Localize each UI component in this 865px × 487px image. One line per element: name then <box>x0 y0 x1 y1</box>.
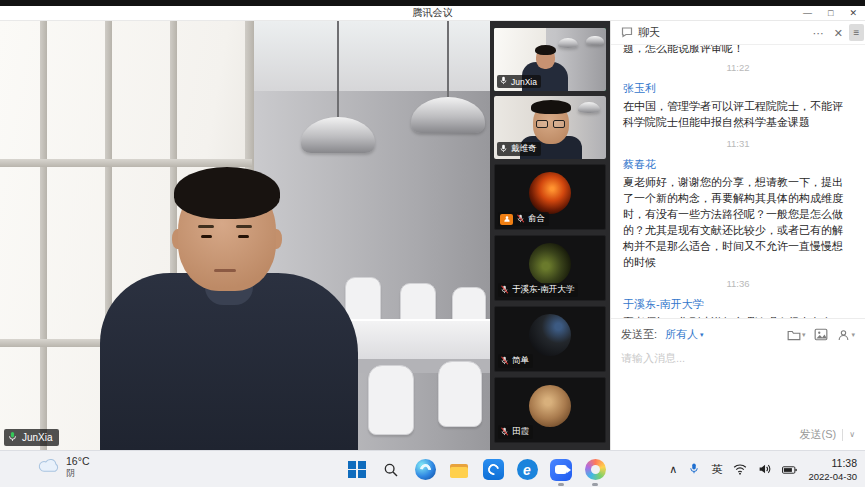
chat-compose-area: 发送至: 所有人 ▾ ▾ ▾ 请输入消息... 发送(S) ∨ <box>611 318 865 450</box>
image-button[interactable] <box>814 328 828 341</box>
weather-temp: 16°C <box>66 455 89 467</box>
chat-sender-name[interactable]: 于溪东-南开大学 <box>623 296 853 312</box>
lamp-cord <box>447 21 449 97</box>
chair <box>438 361 482 427</box>
volume-icon[interactable] <box>758 461 771 479</box>
pinwheel-app-icon[interactable] <box>583 458 607 482</box>
window-titlebar: 腾讯会议 — □ ✕ <box>0 6 865 21</box>
glasses-icon <box>553 120 565 128</box>
chevron-down-icon: ▾ <box>851 331 855 339</box>
send-button[interactable]: 发送(S) <box>799 427 836 442</box>
mic-muted-icon <box>500 356 509 367</box>
browser-e-icon[interactable]: e <box>515 458 539 482</box>
send-to-dropdown[interactable]: 所有人 ▾ <box>665 327 704 342</box>
panel-menu-button[interactable]: ≡ <box>849 24 864 41</box>
weather-widget[interactable]: 16°C 阴 <box>38 455 89 479</box>
chat-title: 聊天 <box>638 25 660 40</box>
mic-muted-icon <box>500 285 509 296</box>
member-badge-icon <box>500 214 513 225</box>
chat-timestamp: 11:22 <box>623 60 853 76</box>
avatar <box>529 385 571 427</box>
speaker-eye <box>201 235 212 238</box>
participant-label: 田霞 <box>498 425 533 439</box>
speaker-mouth <box>214 269 236 272</box>
member-button[interactable]: ▾ <box>837 329 855 341</box>
chat-message-clipped: 题，怎么能说服评审呢！ <box>623 45 853 54</box>
file-explorer-icon[interactable] <box>447 458 471 482</box>
chevron-down-icon: ▾ <box>700 331 704 339</box>
participant-label: 戴维奇 <box>497 142 541 156</box>
participant-label: 俞合 <box>498 212 549 226</box>
chat-message-text: 在中国，管理学者可以评工程院院士，不能评科学院院士但能申报自然科学基金课题 <box>623 98 853 130</box>
tray-date: 2022-04-30 <box>808 471 857 482</box>
cloud-icon <box>38 457 60 477</box>
participant-name: JunXia <box>511 77 537 87</box>
minimize-button[interactable]: — <box>803 9 812 18</box>
mic-on-icon <box>499 144 508 155</box>
history-folder-button[interactable]: ▾ <box>787 329 806 341</box>
speaker-hair <box>174 167 280 219</box>
tray-clock[interactable]: 11:38 2022-04-30 <box>808 456 857 483</box>
chat-more-button[interactable]: ⋯ <box>813 28 824 39</box>
chat-timestamp: 11:31 <box>623 136 853 152</box>
chat-message-text: 夏老师好，谢谢您的分享，想请教一下，提出了一个新的构念，再要解构其具体的构成维度… <box>623 174 853 270</box>
chat-sender-name[interactable]: 张玉利 <box>623 80 853 96</box>
window-frame <box>40 21 47 450</box>
thumb-lamp <box>558 38 578 48</box>
tencent-meeting-icon[interactable] <box>549 458 573 482</box>
start-button[interactable] <box>345 458 369 482</box>
wifi-icon[interactable] <box>733 461 747 479</box>
participant-tile[interactable]: 于溪东-南开大学 <box>494 235 606 301</box>
glasses-icon <box>536 120 548 128</box>
chat-message-list[interactable]: 题，怎么能说服评审呢！ 11:22 张玉利 在中国，管理学者可以评工程院院士，不… <box>611 45 865 318</box>
divider <box>842 429 843 441</box>
tray-chevron-icon[interactable]: ∧ <box>669 463 677 476</box>
close-button[interactable]: ✕ <box>849 9 857 18</box>
speaker-brow <box>236 225 252 228</box>
participant-name: 简单 <box>512 355 529 367</box>
chat-sender-name[interactable]: 蔡春花 <box>623 156 853 172</box>
participant-tile[interactable]: 俞合 <box>494 164 606 230</box>
thumb-person-hair <box>531 100 571 114</box>
mic-muted-icon <box>500 427 509 438</box>
participant-tile[interactable]: 田霞 <box>494 377 606 443</box>
window-frame <box>0 159 252 167</box>
participant-name: 俞合 <box>528 213 545 225</box>
weather-condition: 阴 <box>66 467 89 479</box>
blue-app-icon[interactable] <box>481 458 505 482</box>
participant-label: JunXia <box>497 75 541 88</box>
speaker-brow <box>198 225 214 228</box>
chat-close-button[interactable]: ✕ <box>834 28 843 39</box>
maximize-button[interactable]: □ <box>828 9 833 18</box>
participant-tile[interactable]: JunXia <box>494 28 606 91</box>
avatar <box>529 314 571 356</box>
send-options-button[interactable]: ∨ <box>849 430 855 439</box>
mic-muted-icon <box>516 214 525 225</box>
screen: 腾讯会议 — □ ✕ <box>0 0 865 487</box>
edge-browser-icon[interactable] <box>413 458 437 482</box>
participant-label: 于溪东-南开大学 <box>498 283 578 297</box>
speaker-eye <box>238 235 249 238</box>
participant-tile[interactable]: 戴维奇 <box>494 96 606 159</box>
thumb-lamp <box>578 102 600 113</box>
chat-timestamp: 11:36 <box>623 276 853 292</box>
mic-active-icon <box>7 431 18 444</box>
participant-name: 于溪东-南开大学 <box>512 284 574 296</box>
battery-icon[interactable] <box>782 461 797 479</box>
participant-tile[interactable]: 简单 <box>494 306 606 372</box>
main-video-stage[interactable]: JunXia <box>0 21 490 450</box>
mic-on-icon <box>499 76 508 87</box>
avatar <box>529 172 571 214</box>
participant-label: 简单 <box>498 354 533 368</box>
avatar <box>529 243 571 285</box>
main-speaker-name: JunXia <box>22 432 53 443</box>
message-input[interactable]: 请输入消息... <box>621 351 855 366</box>
chat-bubble-icon <box>621 24 633 42</box>
thumb-lamp <box>586 36 604 45</box>
participant-strip[interactable]: JunXia 戴维奇 <box>490 21 610 450</box>
tray-mic-icon[interactable] <box>688 461 700 479</box>
chair <box>368 365 414 435</box>
search-icon[interactable] <box>379 458 403 482</box>
ime-indicator[interactable]: 英 <box>711 462 722 477</box>
chat-panel: 聊天 ⋯ ✕ ≡ 题，怎么能说服评审呢！ 11:22 张玉利 在中国，管理学者可… <box>610 21 865 450</box>
